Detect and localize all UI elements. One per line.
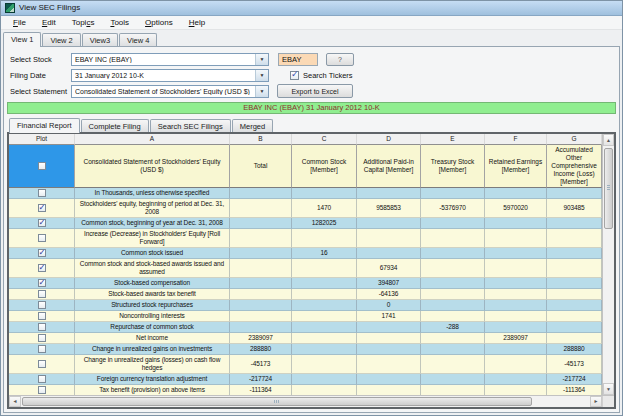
horizontal-scrollbar[interactable]: ◄ ► bbox=[9, 396, 602, 407]
plot-checkbox[interactable] bbox=[38, 204, 46, 212]
row-label: Noncontrolling interests bbox=[75, 311, 230, 322]
horizontal-scroll-thumb[interactable] bbox=[22, 397, 532, 406]
chevron-down-icon: ▼ bbox=[255, 54, 268, 65]
cell-value bbox=[292, 188, 357, 199]
plot-checkbox[interactable] bbox=[38, 334, 46, 342]
tab-view-2[interactable]: View 2 bbox=[42, 33, 80, 46]
column-letter-e: E bbox=[421, 134, 485, 145]
tab-search-sec-filings[interactable]: Search SEC Filings bbox=[150, 119, 231, 132]
export-to-excel-button[interactable]: Export to Excel bbox=[277, 84, 353, 98]
cell-value bbox=[421, 300, 485, 311]
table-row: Structured stock repurchases0 bbox=[9, 300, 602, 311]
plot-checkbox[interactable] bbox=[38, 219, 46, 227]
cell-value bbox=[230, 259, 292, 278]
tab-view-4[interactable]: View 4 bbox=[119, 33, 157, 46]
cell-value bbox=[292, 344, 357, 355]
tab-financial-report[interactable]: Financial Report bbox=[9, 118, 80, 133]
chevron-down-icon: ▼ bbox=[255, 70, 268, 81]
row-label: Stockholders' equity, beginning of perio… bbox=[75, 199, 230, 218]
ticker-input[interactable] bbox=[278, 53, 318, 66]
plot-checkbox[interactable] bbox=[38, 301, 46, 309]
cell-value bbox=[292, 355, 357, 374]
scroll-right-icon[interactable]: ► bbox=[590, 396, 602, 407]
plot-checkbox[interactable] bbox=[38, 312, 46, 320]
menu-item-file[interactable]: File bbox=[5, 17, 34, 29]
plot-cell bbox=[9, 259, 75, 278]
cell-value bbox=[547, 229, 602, 248]
scroll-up-icon[interactable]: ▲ bbox=[603, 134, 614, 146]
plot-cell bbox=[9, 278, 75, 289]
plot-cell bbox=[9, 333, 75, 344]
scroll-down-icon[interactable]: ▼ bbox=[603, 383, 614, 395]
row-label: In Thousands, unless otherwise specified bbox=[75, 188, 230, 199]
plot-checkbox[interactable] bbox=[38, 360, 46, 368]
vertical-scrollbar[interactable]: ▲ ▼ bbox=[602, 134, 614, 395]
tab-complete-filing[interactable]: Complete Filing bbox=[81, 119, 149, 132]
plot-checkbox[interactable] bbox=[38, 345, 46, 353]
select-all-checkbox[interactable] bbox=[38, 162, 46, 170]
plot-checkbox[interactable] bbox=[38, 279, 46, 287]
cell-value bbox=[230, 278, 292, 289]
plot-checkbox[interactable] bbox=[38, 375, 46, 383]
help-button[interactable]: ? bbox=[326, 53, 354, 66]
cell-value bbox=[357, 385, 421, 395]
plot-checkbox[interactable] bbox=[38, 249, 46, 257]
cell-value bbox=[485, 289, 547, 300]
cell-value: 288880 bbox=[547, 344, 602, 355]
scrollbar-corner bbox=[602, 396, 614, 407]
header-plot-cell bbox=[9, 145, 75, 188]
plot-checkbox[interactable] bbox=[38, 323, 46, 331]
table-row: Net income23890972389097 bbox=[9, 333, 602, 344]
cell-value bbox=[421, 218, 485, 229]
header-cell-total: Total bbox=[230, 145, 292, 188]
menu-item-options[interactable]: Options bbox=[137, 17, 181, 29]
app-icon bbox=[5, 3, 15, 13]
select-stock-label: Select Stock bbox=[7, 55, 71, 64]
tab-merged[interactable]: Merged bbox=[232, 119, 273, 132]
cell-value bbox=[485, 374, 547, 385]
cell-value bbox=[421, 229, 485, 248]
cell-value bbox=[485, 218, 547, 229]
menu-item-edit[interactable]: Edit bbox=[34, 17, 64, 29]
plot-cell bbox=[9, 374, 75, 385]
plot-cell bbox=[9, 248, 75, 259]
select-statement-dropdown[interactable]: Consolidated Statement of Stockholders' … bbox=[71, 85, 269, 98]
cell-value: -111364 bbox=[230, 385, 292, 395]
cell-value bbox=[421, 311, 485, 322]
report-tab-strip: Financial ReportComplete FilingSearch SE… bbox=[7, 117, 616, 132]
tab-view-1[interactable]: View 1 bbox=[3, 32, 41, 47]
vertical-scroll-thumb[interactable] bbox=[604, 148, 613, 229]
cell-value bbox=[230, 300, 292, 311]
table-row: Stock-based compensation394807 bbox=[9, 278, 602, 289]
table-row: Foreign currency translation adjustment-… bbox=[9, 374, 602, 385]
letter-row: PlotABCDEFG bbox=[9, 134, 602, 145]
row-label: Change in unrealized gains (losses) on c… bbox=[75, 355, 230, 374]
cell-value bbox=[421, 278, 485, 289]
plot-cell bbox=[9, 188, 75, 199]
menu-item-topics[interactable]: Topics bbox=[64, 17, 103, 29]
plot-checkbox[interactable] bbox=[38, 189, 46, 197]
cell-value bbox=[547, 278, 602, 289]
select-statement-row: Select Statement Consolidated Statement … bbox=[7, 84, 616, 98]
plot-cell bbox=[9, 311, 75, 322]
menu-item-help[interactable]: Help bbox=[181, 17, 213, 29]
search-tickers-checkbox[interactable] bbox=[290, 71, 299, 80]
table-row: Increase (Decrease) in Stockholders' Equ… bbox=[9, 229, 602, 248]
cell-value bbox=[357, 229, 421, 248]
cell-value bbox=[357, 218, 421, 229]
cell-value bbox=[485, 229, 547, 248]
plot-checkbox[interactable] bbox=[38, 290, 46, 298]
tab-view3[interactable]: View3 bbox=[82, 33, 118, 46]
filing-date-dropdown[interactable]: 31 January 2012 10-K ▼ bbox=[71, 69, 269, 82]
row-label: Common stock and stock-based awards issu… bbox=[75, 259, 230, 278]
plot-checkbox[interactable] bbox=[38, 234, 46, 242]
menu-bar: FileEditTopicsToolsOptionsHelp bbox=[1, 16, 622, 30]
scroll-left-icon[interactable]: ◄ bbox=[9, 396, 21, 407]
cell-value bbox=[421, 374, 485, 385]
plot-checkbox[interactable] bbox=[38, 386, 46, 394]
select-stock-dropdown[interactable]: EBAY INC (EBAY) ▼ bbox=[71, 53, 269, 66]
header-cell-additional-paid-in-capit: Additional Paid-in Capital [Member] bbox=[357, 145, 421, 188]
menu-item-tools[interactable]: Tools bbox=[102, 17, 137, 29]
plot-checkbox[interactable] bbox=[38, 264, 46, 272]
cell-value: -5376970 bbox=[421, 199, 485, 218]
